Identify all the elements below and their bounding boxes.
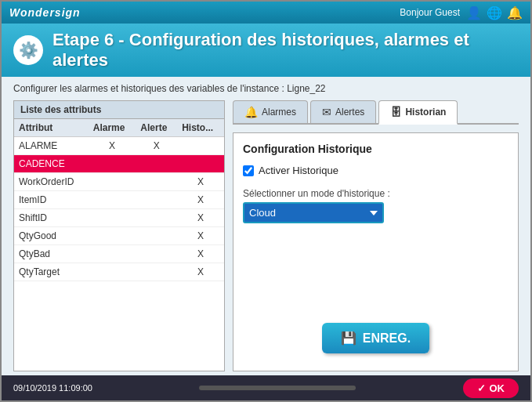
- attr-name: ShiftID: [14, 209, 89, 227]
- attr-alerte: [136, 209, 177, 227]
- attr-alarme: X: [89, 137, 136, 155]
- attr-alerte: [136, 155, 177, 173]
- top-bar: Wondersign Bonjour Guest 👤 🌐 🔔: [2, 2, 530, 24]
- table-row[interactable]: WorkOrderIDX: [14, 173, 224, 191]
- attr-alarme: [89, 227, 136, 245]
- attr-alarme: [89, 245, 136, 263]
- tab-alertes[interactable]: ✉ Alertes: [310, 100, 376, 123]
- attr-alerte: X: [136, 137, 177, 155]
- col-alerte: Alerte: [136, 119, 177, 137]
- activer-historique-checkbox[interactable]: [243, 165, 254, 176]
- tab-alarmes[interactable]: 🔔 Alarmes: [233, 100, 308, 123]
- attr-name: QtyGood: [14, 227, 89, 245]
- attr-alerte: [136, 245, 177, 263]
- table-body: ALARMEXXCADENCEWorkOrderIDXItemIDXShiftI…: [14, 137, 224, 281]
- save-icon: 💾: [341, 331, 356, 346]
- attr-name: CADENCE: [14, 155, 89, 173]
- attr-alarme: [89, 173, 136, 191]
- attr-alerte: [136, 227, 177, 245]
- attr-alarme: [89, 263, 136, 281]
- col-histo: Histo...: [177, 119, 224, 137]
- attr-histo: X: [177, 245, 224, 263]
- table-row[interactable]: QtyTargetX: [14, 263, 224, 281]
- main-window: Wondersign Bonjour Guest 👤 🌐 🔔 ⚙️ Etape …: [0, 0, 532, 402]
- content-area: Liste des attributs Attribut Alarme Aler…: [13, 100, 519, 371]
- attr-histo: X: [177, 191, 224, 209]
- config-content: Configuration Historique Activer Histori…: [233, 132, 519, 371]
- title-bar: ⚙️ Etape 6 - Configuration des historiqu…: [2, 24, 530, 77]
- tab-alertes-label: Alertes: [335, 107, 364, 118]
- attr-name: ItemID: [14, 191, 89, 209]
- alertes-icon: ✉: [322, 106, 331, 118]
- greeting-text: Bonjour Guest: [400, 7, 460, 18]
- bottom-bar: 09/10/2019 11:09:00 ✓ OK: [2, 375, 530, 400]
- attr-name: QtyTarget: [14, 263, 89, 281]
- subtitle-text: Configurer les alarmes et historiques de…: [13, 83, 519, 94]
- attr-histo: [177, 155, 224, 173]
- attr-name: QtyBad: [14, 245, 89, 263]
- top-bar-right: Bonjour Guest 👤 🌐 🔔: [400, 5, 523, 20]
- right-panel: 🔔 Alarmes ✉ Alertes 🗄 Historian Configur…: [233, 100, 519, 371]
- select-group: Sélectionner un mode d'historique : Clou…: [243, 188, 508, 223]
- app-logo: Wondersign: [9, 6, 81, 19]
- attr-alarme: [89, 155, 136, 173]
- bell-icon[interactable]: 🔔: [507, 5, 523, 20]
- datetime-text: 09/10/2019 11:09:00: [13, 383, 92, 393]
- left-panel-title: Liste des attributs: [14, 101, 224, 119]
- table-row[interactable]: ALARMEXX: [14, 137, 224, 155]
- ok-check-icon: ✓: [477, 382, 486, 394]
- ok-label: OK: [490, 382, 505, 394]
- attr-name: WorkOrderID: [14, 173, 89, 191]
- attr-alerte: [136, 263, 177, 281]
- checkbox-label: Activer Historique: [259, 165, 338, 176]
- save-button[interactable]: 💾 ENREG.: [322, 323, 429, 353]
- table-header-row: Attribut Alarme Alerte Histo...: [14, 119, 224, 137]
- attr-histo: X: [177, 263, 224, 281]
- checkbox-row: Activer Historique: [243, 165, 508, 176]
- tab-historian[interactable]: 🗄 Historian: [378, 100, 458, 125]
- attr-histo: X: [177, 209, 224, 227]
- save-label: ENREG.: [363, 331, 411, 346]
- main-content: Configurer les alarmes et historiques de…: [2, 77, 530, 375]
- historian-icon: 🗄: [390, 106, 401, 118]
- attr-histo: [177, 137, 224, 155]
- table-row[interactable]: CADENCE: [14, 155, 224, 173]
- tab-alarmes-label: Alarmes: [262, 107, 296, 118]
- select-label: Sélectionner un mode d'historique :: [243, 188, 508, 199]
- attr-alarme: [89, 209, 136, 227]
- config-title: Configuration Historique: [243, 143, 508, 155]
- mode-historique-select[interactable]: Cloud Local Both: [243, 202, 384, 223]
- attr-alerte: [136, 191, 177, 209]
- left-panel: Liste des attributs Attribut Alarme Aler…: [13, 100, 225, 371]
- step-icon-symbol: ⚙️: [19, 41, 38, 60]
- attr-histo: X: [177, 227, 224, 245]
- table-row[interactable]: ShiftIDX: [14, 209, 224, 227]
- top-bar-icons: 👤 🌐 🔔: [466, 5, 523, 20]
- page-title: Etape 6 - Configuration des historiques,…: [52, 30, 519, 71]
- scroll-track[interactable]: [199, 386, 356, 390]
- table-row[interactable]: QtyBadX: [14, 245, 224, 263]
- tabs-container: 🔔 Alarmes ✉ Alertes 🗄 Historian: [233, 100, 519, 125]
- button-area: 💾 ENREG.: [243, 315, 508, 361]
- table-row[interactable]: ItemIDX: [14, 191, 224, 209]
- alarmes-icon: 🔔: [244, 106, 258, 118]
- col-alarme: Alarme: [89, 119, 136, 137]
- attributes-table: Attribut Alarme Alerte Histo... ALARMEXX…: [14, 119, 224, 281]
- scrollbar-area: [92, 386, 463, 390]
- user-icon[interactable]: 👤: [466, 5, 482, 20]
- globe-icon[interactable]: 🌐: [487, 5, 502, 20]
- tab-historian-label: Historian: [405, 107, 446, 118]
- ok-button[interactable]: ✓ OK: [463, 378, 519, 398]
- attr-name: ALARME: [14, 137, 89, 155]
- attr-histo: X: [177, 173, 224, 191]
- attr-alerte: [136, 173, 177, 191]
- step-icon: ⚙️: [13, 35, 43, 65]
- col-attribut: Attribut: [14, 119, 89, 137]
- attr-alarme: [89, 191, 136, 209]
- table-row[interactable]: QtyGoodX: [14, 227, 224, 245]
